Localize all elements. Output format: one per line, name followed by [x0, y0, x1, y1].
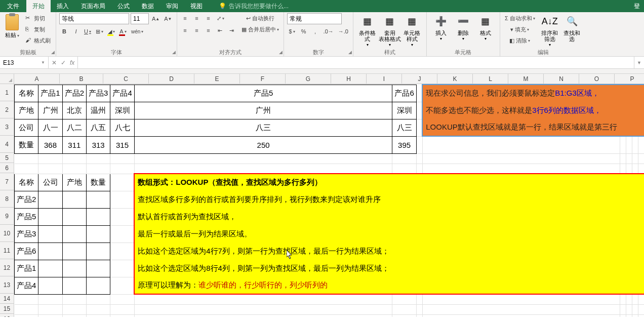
cell-H10[interactable]: [416, 225, 422, 242]
cell-H6[interactable]: [416, 164, 422, 174]
col-header-B[interactable]: B: [60, 74, 103, 84]
cell-G12[interactable]: [392, 260, 416, 277]
cell-A11[interactable]: 产品6: [15, 242, 38, 260]
row-header-12[interactable]: 12: [0, 259, 14, 276]
cell-J13[interactable]: [620, 277, 626, 294]
col-header-M[interactable]: M: [508, 74, 544, 84]
copy-button[interactable]: ⎘复制: [23, 24, 53, 34]
delete-cells-button[interactable]: ➖删除▾: [452, 13, 474, 42]
cell-F2[interactable]: 广州: [134, 102, 392, 119]
cell-I5[interactable]: [422, 153, 620, 164]
cell-B4[interactable]: 368: [38, 136, 62, 153]
tell-me[interactable]: 💡 告诉我您想要做什么...: [219, 2, 289, 11]
cell-J1[interactable]: [620, 85, 626, 102]
cell-K6[interactable]: [626, 164, 632, 174]
cell-H11[interactable]: [416, 242, 422, 260]
cell-M15[interactable]: [638, 304, 644, 314]
cell-H7[interactable]: [416, 174, 422, 191]
cell-D6[interactable]: [87, 164, 110, 174]
expand-formula-bar[interactable]: ▼: [634, 57, 644, 68]
cell-B3[interactable]: 八一: [38, 119, 62, 136]
cell-I16[interactable]: [422, 314, 620, 317]
cell-F7[interactable]: 数组形式：LOOKUP（查找值，查找区域为多行多列）: [134, 174, 392, 191]
cell-K11[interactable]: [626, 242, 632, 260]
cell-D12[interactable]: [87, 260, 110, 277]
cell-K7[interactable]: [626, 174, 632, 191]
cell-G2[interactable]: 深圳: [392, 102, 416, 119]
cell-M3[interactable]: [638, 119, 644, 136]
name-box[interactable]: E13 ▼: [0, 57, 49, 68]
cell-A6[interactable]: [15, 164, 38, 174]
cell-K5[interactable]: [626, 153, 632, 164]
cell-M5[interactable]: [638, 153, 644, 164]
row-header-15[interactable]: 15: [0, 304, 14, 314]
cell-C5[interactable]: [62, 153, 86, 164]
cell-M16[interactable]: [638, 314, 644, 317]
cell-J7[interactable]: [620, 174, 626, 191]
cell-E16[interactable]: [110, 314, 134, 317]
col-header-A[interactable]: A: [14, 74, 60, 84]
cell-B9[interactable]: [38, 208, 62, 225]
inc-decimal-button[interactable]: .0→: [322, 26, 335, 36]
cell-L1[interactable]: [632, 85, 638, 102]
cell-A16[interactable]: [15, 314, 38, 317]
cell-C12[interactable]: [62, 260, 86, 277]
dialog-launcher-icon[interactable]: ◢: [51, 49, 55, 56]
insert-cells-button[interactable]: ➕插入▾: [430, 13, 452, 42]
cell-G11[interactable]: [392, 242, 416, 260]
cell-L6[interactable]: [632, 164, 638, 174]
indent-dec-button[interactable]: ⇤: [215, 25, 225, 35]
row-header-4[interactable]: 4: [0, 136, 14, 153]
cell-K10[interactable]: [626, 225, 632, 242]
col-header-P[interactable]: P: [615, 74, 644, 84]
cell-H16[interactable]: [416, 314, 422, 317]
cell-A2[interactable]: 产地: [15, 102, 38, 119]
cell-B6[interactable]: [38, 164, 62, 174]
tab-data[interactable]: 数据: [136, 0, 160, 12]
cell-A14[interactable]: [15, 294, 38, 304]
underline-button[interactable]: U: [83, 26, 93, 36]
cell-I13[interactable]: [422, 277, 620, 294]
align-left-button[interactable]: ≡: [180, 25, 190, 35]
cell-D4[interactable]: 313: [87, 136, 110, 153]
cut-button[interactable]: ✂剪切: [23, 13, 53, 23]
row-header-10[interactable]: 10: [0, 225, 14, 242]
dialog-launcher-icon[interactable]: ◢: [348, 49, 352, 56]
comma-button[interactable]: ,: [310, 26, 320, 36]
cell-M11[interactable]: [638, 242, 644, 260]
cell-L7[interactable]: [632, 174, 638, 191]
cell-H3[interactable]: [416, 119, 422, 136]
col-header-L[interactable]: L: [473, 74, 508, 84]
cell-M10[interactable]: [638, 225, 644, 242]
tab-file[interactable]: 文件: [0, 0, 26, 12]
fill-color-button[interactable]: ◢: [106, 26, 116, 36]
orientation-button[interactable]: ⤢: [215, 13, 226, 23]
merge-button[interactable]: ▦ 合并后居中: [240, 24, 280, 34]
paste-button[interactable]: 粘贴: [3, 13, 21, 39]
row-header-2[interactable]: 2: [0, 101, 14, 118]
cell-I3[interactable]: LOOKUP默认查找区域就是第一行，结果区域就是第三行: [422, 119, 620, 136]
column-headers[interactable]: ABCDEFGHIJKLMNOP: [14, 74, 644, 84]
col-header-D[interactable]: D: [149, 74, 194, 84]
cell-A4[interactable]: 数量: [15, 136, 38, 153]
cell-H4[interactable]: [416, 136, 422, 153]
tab-formulas[interactable]: 公式: [111, 0, 136, 12]
cell-I1[interactable]: 现在求公司信息，我们必须要鼠标选定B1:G3区域，: [422, 85, 620, 102]
cell-E13[interactable]: [110, 277, 134, 294]
cell-B8[interactable]: [38, 191, 62, 208]
tab-layout[interactable]: 页面布局: [75, 0, 111, 12]
cell-A5[interactable]: [15, 153, 38, 164]
cell-A10[interactable]: 产品3: [15, 225, 38, 242]
cell-D9[interactable]: [87, 208, 110, 225]
table-format-button[interactable]: ▦套用 表格格式▾: [379, 13, 401, 48]
cell-H13[interactable]: [416, 277, 422, 294]
bold-button[interactable]: B: [59, 26, 69, 36]
cell-D13[interactable]: [87, 277, 110, 294]
cell-L11[interactable]: [632, 242, 638, 260]
cell-F9[interactable]: 默认首行或首列为查找区域，: [134, 208, 392, 225]
dialog-launcher-icon[interactable]: ◢: [279, 49, 283, 56]
cell-J16[interactable]: [620, 314, 626, 317]
cell-F14[interactable]: [134, 294, 392, 304]
cell-A8[interactable]: 产品2: [15, 191, 38, 208]
cell-C1[interactable]: 产品2: [62, 85, 86, 102]
